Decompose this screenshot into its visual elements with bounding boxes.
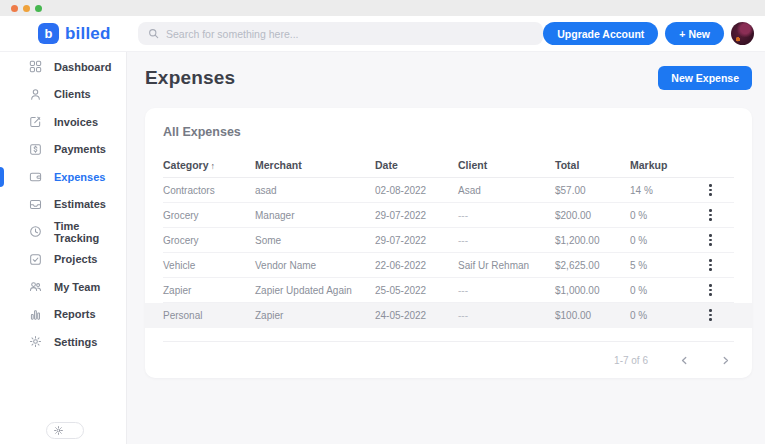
cell-date: 02-08-2022 bbox=[375, 185, 458, 196]
column-header-markup[interactable]: Markup bbox=[630, 159, 687, 171]
cell-total: $1,000.00 bbox=[555, 285, 630, 296]
row-actions-kebab-icon[interactable] bbox=[703, 305, 717, 325]
chevron-left-icon bbox=[680, 356, 689, 365]
cell-markup: 5 % bbox=[630, 260, 687, 271]
reports-icon bbox=[29, 308, 42, 321]
sidebar-item-label: Invoices bbox=[54, 116, 98, 128]
window-close-button[interactable] bbox=[11, 5, 18, 12]
table-row[interactable]: Grocery Manager 29-07-2022 --- $200.00 0… bbox=[163, 203, 734, 228]
sidebar-item-label: Reports bbox=[54, 308, 96, 320]
top-bar: b billed Search for something here... Up… bbox=[0, 16, 768, 52]
sidebar-item-label: Time Tracking bbox=[54, 220, 126, 244]
payments-icon bbox=[29, 143, 42, 156]
column-header-merchant[interactable]: Merchant bbox=[255, 159, 375, 171]
new-expense-button[interactable]: New Expense bbox=[658, 66, 752, 90]
estimates-icon bbox=[29, 198, 42, 211]
time-tracking-icon bbox=[29, 225, 42, 238]
sidebar-item-label: My Team bbox=[54, 281, 100, 293]
sidebar-item-label: Payments bbox=[54, 143, 106, 155]
upgrade-account-button[interactable]: Upgrade Account bbox=[543, 22, 658, 45]
cell-date: 22-06-2022 bbox=[375, 260, 458, 271]
theme-toggle[interactable] bbox=[46, 422, 84, 439]
table-row[interactable]: Vehicle Vendor Name 22-06-2022 Saif Ur R… bbox=[163, 253, 734, 278]
cell-client: Asad bbox=[458, 185, 555, 196]
cell-merchant: Manager bbox=[255, 210, 375, 221]
cell-client: --- bbox=[458, 310, 555, 321]
cell-client: --- bbox=[458, 285, 555, 296]
table-row-highlighted[interactable]: Personal Zapier 24-05-2022 --- $100.00 0… bbox=[145, 303, 752, 328]
expenses-card: All Expenses Category↑ Merchant Date Cli… bbox=[145, 108, 752, 378]
row-actions-kebab-icon[interactable] bbox=[703, 280, 717, 300]
sidebar-item-label: Clients bbox=[54, 88, 91, 100]
sidebar: Dashboard Clients Invoices Payments bbox=[0, 52, 127, 444]
pagination-prev-button[interactable] bbox=[680, 356, 689, 365]
page-title: Expenses bbox=[145, 67, 235, 89]
sort-asc-icon: ↑ bbox=[211, 161, 216, 171]
sidebar-item-expenses[interactable]: Expenses bbox=[0, 163, 126, 191]
column-header-total[interactable]: Total bbox=[555, 159, 630, 171]
row-actions-kebab-icon[interactable] bbox=[703, 230, 717, 250]
sidebar-item-clients[interactable]: Clients bbox=[0, 81, 126, 109]
column-label: Date bbox=[375, 159, 398, 171]
search-input[interactable]: Search for something here... bbox=[138, 22, 543, 45]
app-window: b billed Search for something here... Up… bbox=[0, 0, 768, 444]
cell-total: $1,200.00 bbox=[555, 235, 630, 246]
cell-client: --- bbox=[458, 235, 555, 246]
column-header-client[interactable]: Client bbox=[458, 159, 555, 171]
column-label: Merchant bbox=[255, 159, 302, 171]
column-label: Category bbox=[163, 159, 209, 171]
sidebar-item-settings[interactable]: Settings bbox=[0, 328, 126, 356]
cell-total: $200.00 bbox=[555, 210, 630, 221]
row-actions-kebab-icon[interactable] bbox=[703, 180, 717, 200]
column-header-category[interactable]: Category↑ bbox=[163, 159, 255, 171]
settings-icon bbox=[29, 335, 42, 348]
projects-icon bbox=[29, 253, 42, 266]
column-label: Markup bbox=[630, 159, 667, 171]
sidebar-item-payments[interactable]: Payments bbox=[0, 136, 126, 164]
cell-total: $100.00 bbox=[555, 310, 630, 321]
cell-markup: 14 % bbox=[630, 185, 687, 196]
cell-merchant: asad bbox=[255, 185, 375, 196]
cell-category: Contractors bbox=[163, 185, 255, 196]
sidebar-item-time-tracking[interactable]: Time Tracking bbox=[0, 218, 126, 246]
sidebar-item-my-team[interactable]: My Team bbox=[0, 273, 126, 301]
cell-merchant: Some bbox=[255, 235, 375, 246]
sidebar-item-projects[interactable]: Projects bbox=[0, 246, 126, 274]
cell-merchant: Zapier Updated Again bbox=[255, 285, 375, 296]
row-actions-kebab-icon[interactable] bbox=[703, 255, 717, 275]
user-avatar[interactable] bbox=[731, 22, 754, 45]
window-minimize-button[interactable] bbox=[23, 5, 30, 12]
clients-icon bbox=[29, 88, 42, 101]
cell-merchant: Zapier bbox=[255, 310, 375, 321]
cell-markup: 0 % bbox=[630, 210, 687, 221]
dashboard-icon bbox=[29, 60, 42, 73]
table-row[interactable]: Zapier Zapier Updated Again 25-05-2022 -… bbox=[163, 278, 734, 303]
table-header: Category↑ Merchant Date Client Total Mar… bbox=[163, 152, 734, 178]
pagination-next-button[interactable] bbox=[721, 356, 730, 365]
row-actions-kebab-icon[interactable] bbox=[703, 205, 717, 225]
sidebar-item-estimates[interactable]: Estimates bbox=[0, 191, 126, 219]
sidebar-item-label: Projects bbox=[54, 253, 97, 265]
cell-date: 24-05-2022 bbox=[375, 310, 458, 321]
column-header-date[interactable]: Date bbox=[375, 159, 458, 171]
window-zoom-button[interactable] bbox=[35, 5, 42, 12]
table-row[interactable]: Grocery Some 29-07-2022 --- $1,200.00 0 … bbox=[163, 228, 734, 253]
logo-text: billed bbox=[65, 24, 111, 44]
cell-total: $57.00 bbox=[555, 185, 630, 196]
sidebar-item-label: Estimates bbox=[54, 198, 106, 210]
sidebar-item-label: Dashboard bbox=[54, 61, 111, 73]
cell-client: --- bbox=[458, 210, 555, 221]
cell-client: Saif Ur Rehman bbox=[458, 260, 555, 271]
invoices-icon bbox=[29, 115, 42, 128]
cell-category: Zapier bbox=[163, 285, 255, 296]
table-row[interactable]: Contractors asad 02-08-2022 Asad $57.00 … bbox=[163, 178, 734, 203]
sidebar-item-label: Settings bbox=[54, 336, 97, 348]
app-logo[interactable]: b billed bbox=[0, 23, 127, 44]
cell-markup: 0 % bbox=[630, 235, 687, 246]
new-button[interactable]: + New bbox=[665, 22, 724, 45]
sidebar-item-invoices[interactable]: Invoices bbox=[0, 108, 126, 136]
column-label: Client bbox=[458, 159, 487, 171]
cell-total: $2,625.00 bbox=[555, 260, 630, 271]
sidebar-item-dashboard[interactable]: Dashboard bbox=[0, 53, 126, 81]
sidebar-item-reports[interactable]: Reports bbox=[0, 301, 126, 329]
